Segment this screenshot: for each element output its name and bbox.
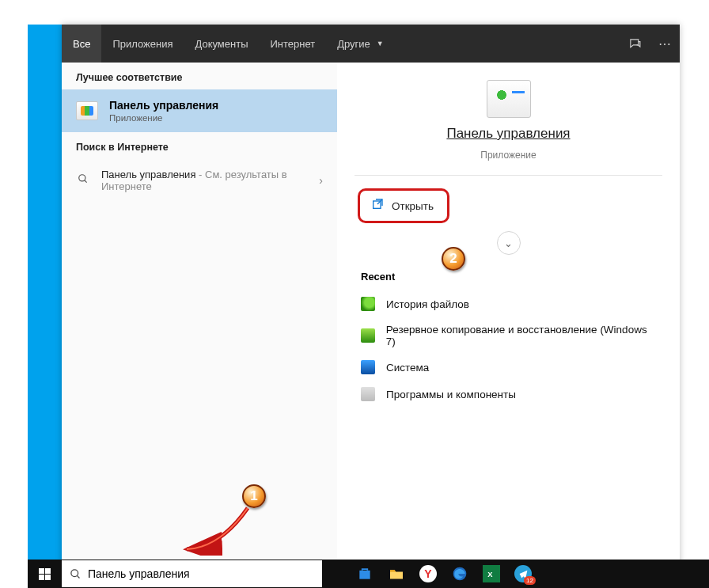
feedback-icon[interactable] [620,25,650,63]
svg-point-0 [79,175,85,181]
best-match-header: Лучшее соответствие [62,63,337,89]
web-search-header: Поиск в Интернете [62,132,337,159]
more-icon[interactable]: ⋯ [650,25,680,63]
best-match-subtitle: Приложение [109,113,218,123]
recent-item-system[interactable]: Система [337,354,680,381]
expand-chevron-icon[interactable]: ⌄ [497,231,521,255]
svg-text:X: X [487,571,493,579]
search-icon [70,568,82,580]
taskbar-telegram-icon[interactable]: 12 [514,565,532,582]
recent-item-programs[interactable]: Программы и компоненты [337,381,680,408]
recent-item-backup[interactable]: Резервное копирование и восстановление (… [337,317,680,354]
divider [354,175,662,176]
start-button[interactable] [28,560,62,588]
open-button[interactable]: Открыть [358,188,449,223]
search-input[interactable] [88,567,314,580]
taskbar-store-icon[interactable] [349,560,381,588]
accent-strip [28,25,62,571]
svg-line-1 [85,180,87,183]
preview-pane: Панель управления Приложение Открыть ⌄ R… [337,63,680,571]
chevron-right-icon: › [319,174,323,187]
svg-point-3 [71,569,78,576]
taskbar-explorer-icon[interactable] [381,560,412,588]
best-match-title: Панель управления [109,99,218,112]
taskbar-search-box[interactable] [62,560,322,587]
tab-docs[interactable]: Документы [184,25,259,63]
svg-line-4 [77,575,79,578]
taskbar: Y X 12 [28,560,709,588]
search-filter-tabs: Все Приложения Документы Интернет Другие… [62,25,680,63]
best-match-item[interactable]: Панель управления Приложение [62,89,337,132]
control-panel-icon [76,101,98,120]
file-history-icon [361,297,375,311]
start-search-panel: Все Приложения Документы Интернет Другие… [62,25,680,571]
taskbar-excel-icon[interactable]: X [483,565,500,582]
results-left-pane: Лучшее соответствие Панель управления Пр… [62,63,337,571]
open-icon [371,198,384,214]
annotation-step-2: 2 [442,247,465,271]
chevron-down-icon: ▼ [377,40,384,47]
web-search-text: Панель управления - См. результаты в Инт… [101,169,308,192]
preview-subtitle: Приложение [480,150,536,161]
tab-other[interactable]: Другие▼ [326,25,395,63]
programs-icon [361,387,375,401]
tab-all[interactable]: Все [62,25,101,63]
taskbar-yandex-icon[interactable]: Y [419,565,437,582]
tab-internet[interactable]: Интернет [259,25,326,63]
tab-apps[interactable]: Приложения [101,25,184,63]
annotation-step-1: 1 [242,484,266,508]
recent-header: Recent [337,255,680,290]
telegram-badge: 12 [524,576,536,585]
open-label: Открыть [392,200,434,212]
windows-logo-icon [39,568,51,580]
search-icon [76,173,90,188]
recent-item-history[interactable]: История файлов [337,290,680,317]
preview-app-icon [487,80,531,118]
taskbar-edge-icon[interactable] [444,560,476,588]
backup-icon [361,328,375,343]
web-search-item[interactable]: Панель управления - См. результаты в Инт… [62,159,337,202]
preview-title[interactable]: Панель управления [446,126,570,142]
system-icon [361,360,375,374]
